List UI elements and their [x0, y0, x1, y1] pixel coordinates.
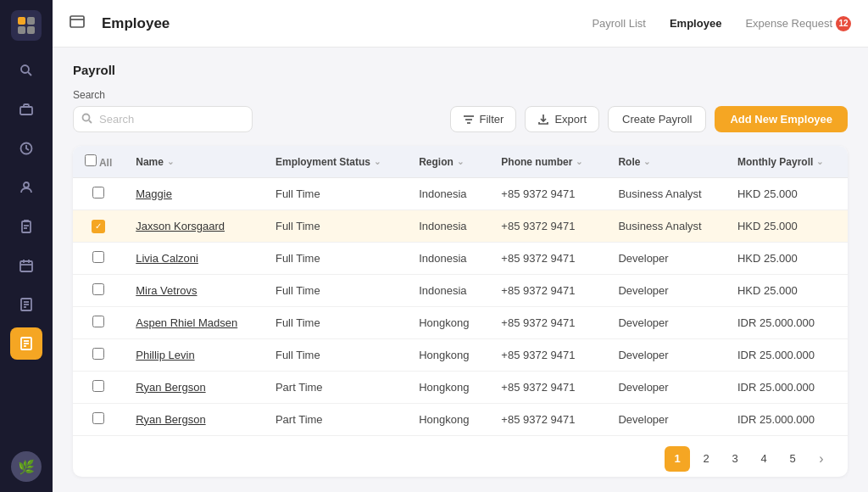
- sidebar-item-search[interactable]: [10, 54, 42, 87]
- table-row: MaggieFull TimeIndonesia+85 9372 9471Bus…: [73, 178, 848, 210]
- sidebar-item-calendar[interactable]: [10, 249, 42, 282]
- export-button[interactable]: Export: [525, 106, 599, 132]
- row-role: Developer: [606, 338, 726, 371]
- topnav-link-expense-wrap[interactable]: Expense Request 12: [745, 16, 851, 31]
- topnav-link-employee[interactable]: Employee: [670, 17, 721, 30]
- row-payroll: HKD 25.000: [726, 178, 848, 210]
- row-name: Phillip Levin: [124, 338, 264, 371]
- employee-name-link[interactable]: Livia Calzoni: [136, 252, 198, 265]
- svg-rect-0: [18, 17, 25, 25]
- svg-rect-6: [20, 107, 32, 115]
- main-content: Employee Payroll List Employee Expense R…: [53, 0, 868, 492]
- row-region: Hongkong: [407, 306, 489, 338]
- sidebar-item-invoice[interactable]: [10, 288, 42, 321]
- add-employee-button[interactable]: Add New Employee: [715, 106, 848, 132]
- employee-name-link[interactable]: Aspen Rhiel Madsen: [136, 316, 237, 329]
- table-body: MaggieFull TimeIndonesia+85 9372 9471Bus…: [73, 178, 848, 436]
- topnav-link-expense-request[interactable]: Expense Request: [745, 17, 832, 30]
- topnav-link-payroll-list[interactable]: Payroll List: [592, 17, 646, 30]
- row-checkbox[interactable]: [92, 380, 104, 392]
- row-employment-status: Full Time: [264, 242, 407, 274]
- row-checkbox[interactable]: [92, 187, 104, 198]
- svg-line-5: [28, 72, 31, 75]
- row-phone: +85 9372 9471: [489, 371, 606, 403]
- employee-name-link[interactable]: Ryan Bergson: [136, 413, 205, 426]
- employee-name-link[interactable]: Mira Vetrovs: [136, 284, 197, 297]
- sidebar-item-doc[interactable]: [10, 327, 42, 360]
- svg-point-4: [21, 65, 29, 73]
- filter-label: Filter: [480, 113, 504, 126]
- row-name: Ryan Bergson: [124, 371, 264, 403]
- row-phone: +85 9372 9471: [489, 242, 606, 274]
- page-title: Employee: [102, 15, 578, 32]
- pagination-next-button[interactable]: ›: [809, 446, 834, 472]
- row-payroll: IDR 25.000.000: [726, 306, 848, 338]
- select-all-checkbox[interactable]: [85, 154, 97, 166]
- th-role[interactable]: Role⌄: [606, 146, 726, 178]
- employee-table: All Name⌄ Employment Status⌄ Region⌄ Pho: [73, 146, 848, 436]
- th-checkbox: All: [73, 146, 124, 178]
- filter-button[interactable]: Filter: [450, 106, 517, 132]
- table-row: Mira VetrovsFull TimeIndonesia+85 9372 9…: [73, 274, 848, 306]
- region-sort-icon: ⌄: [457, 157, 464, 166]
- row-region: Hongkong: [407, 403, 489, 435]
- page-btn-1[interactable]: 1: [665, 446, 690, 472]
- name-sort-icon: ⌄: [167, 157, 174, 166]
- row-checkbox-cell: ✓: [73, 210, 124, 243]
- sidebar-avatar[interactable]: 🌿: [11, 451, 42, 482]
- row-payroll: HKD 25.000: [726, 274, 848, 306]
- page-btn-4[interactable]: 4: [751, 446, 776, 472]
- row-checkbox-checked[interactable]: ✓: [92, 220, 105, 233]
- employee-name-link[interactable]: Phillip Levin: [136, 349, 194, 361]
- row-checkbox-cell: [73, 371, 124, 403]
- svg-rect-3: [27, 26, 35, 34]
- row-checkbox[interactable]: [92, 251, 104, 263]
- row-employment-status: Full Time: [264, 178, 407, 210]
- row-name: Aspen Rhiel Madsen: [124, 306, 264, 338]
- search-input[interactable]: [73, 106, 253, 132]
- topnav: Employee Payroll List Employee Expense R…: [53, 0, 868, 48]
- row-phone: +85 9372 9471: [489, 338, 606, 371]
- employee-name-link[interactable]: Ryan Bergson: [136, 381, 205, 394]
- row-checkbox-cell: [73, 178, 124, 210]
- sidebar-logo[interactable]: [11, 10, 42, 41]
- th-region[interactable]: Region⌄: [407, 146, 489, 178]
- svg-rect-9: [22, 221, 31, 232]
- page-btn-5[interactable]: 5: [780, 446, 805, 472]
- page-heading: Payroll: [73, 63, 848, 77]
- employee-name-link[interactable]: Maggie: [136, 187, 172, 200]
- expense-badge: 12: [836, 16, 851, 31]
- row-employment-status: Full Time: [264, 210, 407, 243]
- th-employment-status[interactable]: Employment Status⌄: [264, 146, 407, 178]
- page-btn-2[interactable]: 2: [693, 446, 719, 472]
- sidebar-item-clipboard[interactable]: [10, 210, 42, 243]
- row-employment-status: Part Time: [264, 403, 407, 435]
- employee-table-wrap: All Name⌄ Employment Status⌄ Region⌄ Pho: [73, 146, 848, 477]
- row-checkbox[interactable]: [92, 316, 104, 327]
- sidebar-item-user[interactable]: [10, 171, 42, 204]
- row-region: Hongkong: [407, 338, 489, 371]
- status-sort-icon: ⌄: [374, 157, 381, 166]
- sidebar-item-briefcase[interactable]: [10, 93, 42, 126]
- create-payroll-button[interactable]: Create Payroll: [608, 106, 706, 132]
- row-checkbox[interactable]: [92, 283, 104, 295]
- row-checkbox[interactable]: [92, 348, 104, 360]
- row-payroll: IDR 25.000.000: [726, 371, 848, 403]
- row-region: Indonesia: [407, 210, 489, 243]
- search-label: Search: [73, 89, 848, 101]
- th-phone[interactable]: Phone number⌄: [489, 146, 606, 178]
- sidebar-item-clock[interactable]: [10, 132, 42, 165]
- row-checkbox[interactable]: [92, 412, 104, 424]
- th-name[interactable]: Name⌄: [124, 146, 264, 178]
- pagination: 12345›: [73, 436, 848, 477]
- page-btn-3[interactable]: 3: [722, 446, 748, 472]
- row-region: Hongkong: [407, 371, 489, 403]
- th-payroll[interactable]: Monthly Payroll⌄: [726, 146, 848, 178]
- row-phone: +85 9372 9471: [489, 274, 606, 306]
- table-row: Livia CalzoniFull TimeIndonesia+85 9372 …: [73, 242, 848, 274]
- sidebar: 🌿: [0, 0, 53, 492]
- employee-name-link[interactable]: Jaxson Korsgaard: [136, 220, 225, 232]
- row-checkbox-cell: [73, 306, 124, 338]
- row-checkbox-cell: [73, 242, 124, 274]
- row-checkbox-cell: [73, 403, 124, 435]
